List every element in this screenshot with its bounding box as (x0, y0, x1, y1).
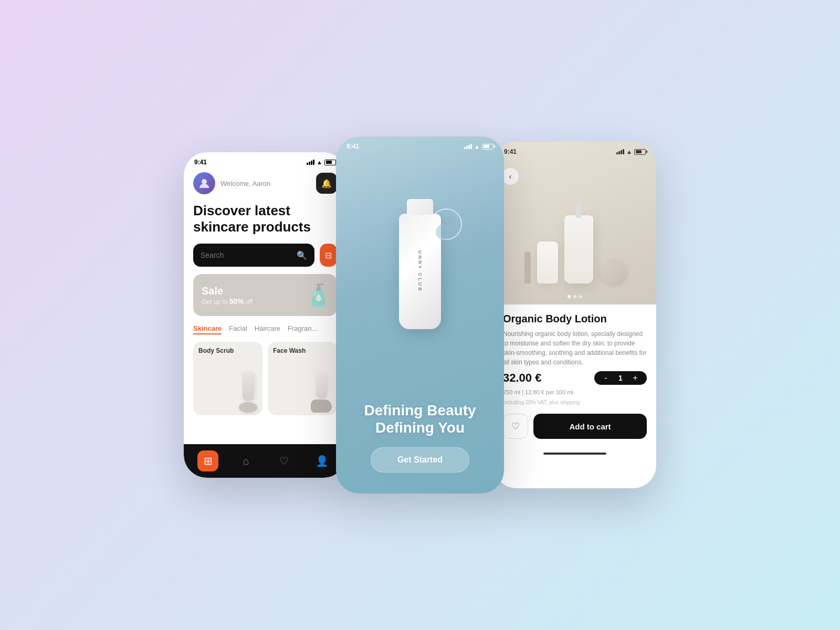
vat-info: Including 20% VAT, plus shipping (503, 400, 647, 405)
nav-home[interactable]: ⊞ (197, 450, 218, 471)
explore-icon: ⌂ (243, 455, 249, 467)
battery-icon-1 (324, 160, 336, 165)
quantity-plus-button[interactable]: + (630, 373, 640, 383)
back-button[interactable]: ‹ (502, 168, 519, 185)
product-photo-area: 9:41 ▲ ‹ (494, 142, 656, 304)
product-price: 32.00 € (503, 371, 541, 385)
dot-1[interactable] (568, 295, 571, 298)
filter-button[interactable]: ⊟ (320, 244, 337, 267)
nav-explore[interactable]: ⌂ (236, 450, 257, 471)
face-wash-image (311, 372, 332, 413)
volume-info: 250 ml | 12.80 € per 100 ml (503, 389, 647, 395)
bell-icon: 🔔 (321, 178, 332, 188)
lotion-bottle-prop (564, 215, 593, 284)
wifi-icon-1: ▲ (317, 159, 322, 165)
profile-row: Welcome, Aaron 🔔 (193, 172, 337, 194)
welcome-info: Welcome, Aaron (220, 180, 270, 187)
dot-2[interactable] (573, 295, 576, 298)
dot-3[interactable] (579, 295, 582, 298)
vase-prop (537, 242, 558, 284)
svg-point-0 (202, 179, 207, 184)
phone2-content: UNNY CLUB Defining Beauty Defining You G… (336, 152, 504, 488)
product-info: Organic Body Lotion Nourishing organic b… (494, 304, 656, 414)
phone-product-detail: 9:41 ▲ ‹ (494, 142, 656, 488)
heart-icon: ♡ (279, 455, 289, 467)
phone-home: 9:41 ▲ (184, 152, 346, 478)
category-skincare[interactable]: Skincare (193, 324, 222, 334)
product-name-face-wash: Face Wash (273, 347, 332, 354)
sale-banner[interactable]: Sale Get up to 50% off 🧴 (193, 274, 337, 316)
body-scrub-image (239, 372, 257, 413)
quantity-display: 1 (615, 374, 626, 382)
get-started-button[interactable]: Get Started (371, 447, 469, 472)
product-card-face-wash[interactable]: Face Wash (268, 342, 337, 415)
status-time-2: 9:41 (346, 143, 359, 150)
status-icons-1: ▲ (307, 159, 336, 165)
heart-icon-detail: ♡ (511, 421, 520, 432)
status-time-1: 9:41 (194, 159, 207, 166)
status-bar-2: 9:41 ▲ (336, 136, 504, 152)
price-row: 32.00 € - 1 + (503, 371, 647, 385)
nav-wishlist[interactable]: ♡ (274, 450, 295, 471)
sale-subtitle: Get up to 50% off (202, 297, 253, 306)
status-time-3: 9:41 (504, 148, 517, 155)
add-to-cart-button[interactable]: Add to cart (533, 414, 647, 439)
product-card-body-scrub[interactable]: Body Scrub (193, 342, 262, 415)
battery-icon-3 (634, 149, 646, 155)
sphere-prop (600, 260, 626, 284)
product-title: Organic Body Lotion (503, 313, 647, 325)
headline: Discover latest skincare products (193, 203, 337, 235)
signal-icon-1 (307, 160, 314, 165)
sale-text: Sale Get up to 50% off (202, 285, 253, 306)
status-icons-3: ▲ (616, 149, 646, 155)
profile-icon: 👤 (316, 455, 329, 467)
quantity-minus-button[interactable]: - (601, 373, 611, 383)
splash-bottom: Defining Beauty Defining You Get Started (336, 391, 504, 488)
tube-container: UNNY CLUB (399, 214, 441, 329)
search-row: 🔍 ⊟ (193, 244, 337, 267)
wifi-icon-2: ▲ (474, 143, 480, 150)
search-icon: 🔍 (297, 250, 307, 260)
wishlist-button[interactable]: ♡ (503, 414, 528, 439)
splash-title: Defining Beauty Defining You (351, 402, 489, 437)
pump-prop (576, 202, 581, 218)
status-bar-1: 9:41 ▲ (184, 152, 346, 168)
battery-icon-2 (482, 144, 494, 150)
action-row: ♡ Add to cart (494, 414, 656, 449)
bottom-nav: ⊞ ⌂ ♡ 👤 (184, 444, 346, 478)
categories: Skincare Facial Haircare Fragran... (193, 324, 337, 334)
search-input[interactable] (201, 251, 292, 259)
profile-left: Welcome, Aaron (193, 172, 270, 194)
home-grid-icon: ⊞ (204, 455, 213, 467)
phone-splash: 9:41 ▲ UNNY CLUB (336, 136, 504, 494)
avatar[interactable] (193, 172, 215, 194)
sale-title: Sale (202, 285, 253, 297)
tube-cap (407, 199, 433, 215)
product-description: Nourishing organic body lotion, speciall… (503, 329, 647, 367)
phone1-content: Welcome, Aaron 🔔 Discover latest skincar… (184, 168, 346, 415)
sale-image-decoration: 🧴 (306, 283, 332, 308)
product-grid: Body Scrub Face Wash (193, 342, 337, 415)
signal-icon-2 (464, 144, 472, 149)
category-haircare[interactable]: Haircare (255, 324, 280, 334)
status-bar-3: 9:41 ▲ (494, 142, 656, 158)
filter-icon: ⊟ (325, 250, 332, 260)
nav-profile[interactable]: 👤 (312, 450, 333, 471)
category-facial[interactable]: Facial (229, 324, 247, 334)
home-indicator (543, 453, 606, 455)
tube-brand-text: UNNY CLUB (417, 250, 423, 292)
image-dots (568, 295, 582, 298)
category-fragrance[interactable]: Fragran... (288, 324, 317, 334)
greeting-label: Welcome, Aaron (220, 180, 270, 187)
quantity-control: - 1 + (594, 371, 647, 385)
notification-button[interactable]: 🔔 (316, 173, 337, 194)
phones-container: 9:41 ▲ (184, 136, 656, 494)
wifi-icon-3: ▲ (626, 149, 632, 155)
status-icons-2: ▲ (464, 143, 494, 150)
search-bar[interactable]: 🔍 (193, 244, 314, 267)
signal-icon-3 (616, 149, 624, 154)
product-hero: UNNY CLUB (336, 152, 504, 391)
product-name-body-scrub: Body Scrub (198, 347, 257, 354)
